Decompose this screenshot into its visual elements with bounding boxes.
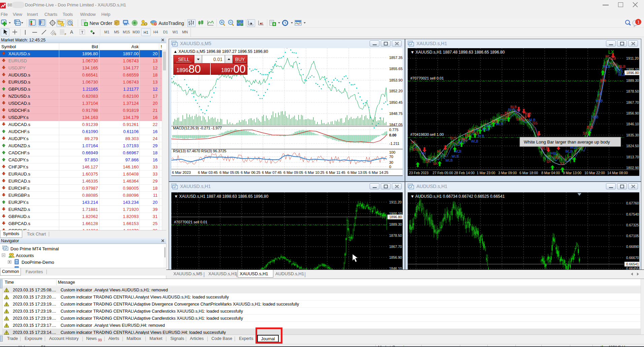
svg-text:HBL: HBL (551, 152, 557, 155)
svg-text:BLB: BLB (478, 134, 484, 138)
svg-text:6 Mar 09:05: 6 Mar 09:05 (283, 170, 303, 175)
svg-text:SS: SS (583, 131, 587, 135)
svg-text:HI: HI (606, 55, 609, 58)
svg-text:6 Mar 07:45: 6 Mar 07:45 (262, 170, 282, 175)
svg-text:SX: SX (425, 160, 430, 163)
svg-text:0.67325: 0.67325 (626, 223, 639, 227)
svg-text:WLB: WLB (603, 65, 610, 68)
svg-text:BUS: BUS (450, 136, 457, 140)
svg-text:1855.65: 1855.65 (389, 67, 403, 71)
svg-text:6 Mar 06:25: 6 Mar 06:25 (241, 170, 261, 175)
svg-text:6 Mar 11:45: 6 Mar 11:45 (326, 170, 345, 175)
svg-text:1896.80: 1896.80 (389, 215, 402, 219)
svg-text:70: 70 (389, 155, 393, 159)
svg-text:0.67760: 0.67760 (626, 201, 639, 205)
svg-text:0.00: 0.00 (389, 133, 396, 137)
svg-text:BLB: BLB (525, 112, 531, 116)
svg-text:T: T (81, 30, 83, 34)
svg-text:E: E (55, 33, 56, 36)
svg-text:BHI: BHI (600, 79, 606, 83)
svg-text:BLB: BLB (587, 125, 593, 129)
svg-text:28 Feb 14:00: 28 Feb 14:00 (454, 171, 475, 175)
svg-text:1824.50: 1824.50 (626, 144, 639, 148)
svg-text:100: 100 (389, 150, 395, 154)
svg-text:#70419830 sell 1.00: #70419830 sell 1.00 (410, 132, 444, 136)
svg-text:SX: SX (433, 162, 438, 165)
svg-text:SS: SS (555, 156, 560, 159)
svg-text:MACD(12,26,9) -0.271 -1.977: MACD(12,26,9) -0.271 -1.977 (173, 126, 222, 130)
svg-text:SXLB: SXLB (412, 148, 421, 151)
svg-text:6 Mar 05:05: 6 Mar 05:05 (219, 170, 239, 175)
svg-text:▼ AUDUSD.s,H1 0.66734 0.66742: ▼ AUDUSD.s,H1 0.66734 0.66742 0.66525 0.… (410, 194, 505, 199)
svg-text:10 Mar 22:00: 10 Mar 22:00 (584, 171, 605, 175)
svg-text:1867.70: 1867.70 (626, 100, 639, 104)
svg-text:SLB: SLB (610, 57, 616, 60)
svg-text:1856.90: 1856.90 (389, 255, 402, 259)
svg-text:1850.45: 1850.45 (389, 100, 403, 104)
svg-text:1867.70: 1867.70 (389, 245, 402, 249)
svg-text:1878.50: 1878.50 (626, 89, 639, 93)
svg-text:6 Mar 14:25: 6 Mar 14:25 (369, 170, 388, 175)
svg-text:TL: TL (441, 156, 445, 159)
svg-text:1857.35: 1857.35 (389, 56, 403, 60)
svg-text:WLB: WLB (565, 150, 573, 153)
svg-text:1835.30: 1835.30 (626, 133, 639, 137)
svg-text:1802.90: 1802.90 (626, 166, 639, 170)
svg-text:1889.30: 1889.30 (626, 78, 639, 83)
svg-text:30: 30 (389, 160, 393, 164)
svg-text:3 Mar 09:00: 3 Mar 09:00 (498, 171, 517, 175)
svg-text:14 Mar 08:00: 14 Mar 08:00 (607, 171, 628, 175)
svg-text:▼ XAUUSD.s,H1 1887.48 1898.63: ▼ XAUUSD.s,H1 1887.48 1898.63 1886.65 18… (410, 50, 505, 55)
svg-text:HM: HM (465, 133, 470, 137)
svg-text:1: 1 (637, 20, 640, 25)
svg-text:BLB: BLB (510, 105, 517, 109)
svg-text:1878.50: 1878.50 (389, 233, 402, 238)
svg-text:1848.75: 1848.75 (389, 112, 403, 116)
svg-text:6 Mar 18:00: 6 Mar 18:00 (519, 171, 538, 175)
svg-text:WLB: WLB (496, 122, 503, 126)
svg-text:SX: SX (546, 160, 551, 163)
svg-text:HI: HI (437, 150, 441, 153)
svg-text:▼ XAUUSD.s,H1 1887.48 1898.63: ▼ XAUUSD.s,H1 1887.48 1898.63 1886.65 18… (174, 194, 268, 199)
svg-text:BLB: BLB (468, 129, 474, 133)
svg-text:0: 0 (389, 165, 391, 169)
svg-text:WLB: WLB (445, 159, 453, 162)
svg-text:#70770021 sell 0.01: #70770021 sell 0.01 (174, 220, 207, 224)
svg-text:1852.20: 1852.20 (389, 89, 403, 93)
svg-text:HR: HR (421, 152, 426, 155)
svg-text:1856.90: 1856.90 (626, 111, 639, 115)
svg-text:SS: SS (533, 121, 538, 125)
svg-text:LB: LB (487, 124, 491, 128)
svg-text:0.66670: 0.66670 (626, 256, 639, 260)
svg-text:WLB: WLB (454, 150, 462, 153)
svg-text:WLB: WLB (471, 139, 478, 143)
svg-text:1846.10: 1846.10 (626, 122, 639, 126)
svg-text:SX: SX (560, 162, 565, 165)
svg-text:WLB: WLB (618, 73, 625, 76)
svg-text:WLB: WLB (591, 115, 599, 119)
svg-text:WLB: WLB (451, 155, 459, 158)
svg-text:LB: LB (598, 92, 602, 96)
svg-text:RSI(13) 67.4670 RSI(3) 96.372: RSI(13) 67.4670 RSI(3) 96.3725 (173, 149, 226, 153)
svg-text:6 Mar 2023: 6 Mar 2023 (172, 170, 191, 175)
svg-text:BLB: BLB (619, 65, 625, 68)
svg-text:0.66541: 0.66541 (626, 262, 639, 266)
svg-text:BLB: BLB (542, 147, 548, 150)
svg-text:TLl: TLl (462, 138, 467, 142)
svg-text:1896.80: 1896.80 (626, 71, 639, 75)
svg-text:0.67540: 0.67540 (626, 212, 639, 216)
svg-text:6 Mar 10:25: 6 Mar 10:25 (305, 170, 325, 175)
svg-text:-1.211: -1.211 (389, 141, 399, 146)
svg-text:23 Feb 2023: 23 Feb 2023 (409, 171, 429, 175)
svg-text:0.775: 0.775 (389, 128, 399, 132)
svg-text:SS: SS (411, 140, 416, 144)
svg-text:LX: LX (608, 49, 614, 55)
svg-text:White Long Bar larger than ave: White Long Bar larger than average up bo… (524, 139, 610, 145)
svg-text:#70770021 sell 0.01: #70770021 sell 0.01 (410, 76, 444, 80)
svg-text:1911.20: 1911.20 (389, 200, 402, 204)
svg-text:6 Mar 03:45: 6 Mar 03:45 (198, 170, 218, 175)
svg-text:WLB: WLB (596, 99, 603, 103)
svg-text:9 Mar 13:00: 9 Mar 13:00 (563, 171, 581, 175)
svg-text:SS: SS (612, 63, 617, 66)
svg-text:TLS: TLS (514, 109, 520, 113)
